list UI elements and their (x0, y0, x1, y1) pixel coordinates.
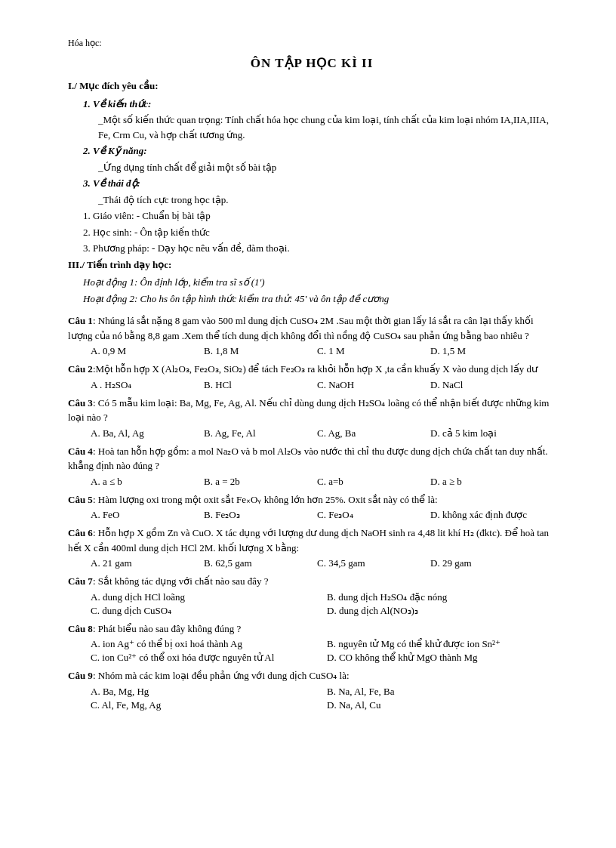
answers-8: A. ion Ag⁺ có thể bị oxi hoá thành AgB. … (91, 638, 556, 664)
question-text-4: Câu 4: Hoà tan hỗn hợp gồm: a mol Na₂O v… (68, 444, 556, 473)
answer-item: A. 0,9 M (91, 345, 189, 357)
question-7: Câu 7: Sắt không tác dụng với chất nào s… (68, 574, 556, 617)
answer-item: D. cả 5 kim loại (430, 427, 528, 439)
answers-4: A. a ≤ bB. a = 2bC. a=bD. a ≥ b (91, 476, 556, 488)
subsection-2-content: _Ứng dụng tính chất để giải một số bài t… (98, 160, 556, 175)
question-text-2: Câu 2:Một hỗn hợp X (Al₂O₃, Fe₂O₃, SiO₂)… (68, 362, 556, 377)
question-text-6: Câu 6: Hỗn hợp X gồm Zn và CuO. X tác dụ… (68, 526, 556, 555)
section-i-title: I./ Mục đích yêu cầu: (68, 79, 556, 94)
answer-item: C. Fe₃O₄ (317, 509, 415, 521)
answer-item: B. Ag, Fe, Al (204, 427, 302, 439)
answer-item: B. a = 2b (204, 476, 302, 488)
question-4: Câu 4: Hoà tan hỗn hợp gồm: a mol Na₂O v… (68, 444, 556, 488)
activity-2: Hoạt động 2: Cho hs ôn tập hình thức kiể… (83, 291, 556, 307)
answer-item: D. CO không thể khử MgO thành Mg (327, 652, 556, 664)
activity-1: Hoạt động 1: Ôn định lớp, kiểm tra sĩ số… (83, 275, 556, 290)
answer-item: C. a=b (317, 476, 415, 488)
section-ii-item-1: 2. Học sinh: - Ôn tập kiến thức (83, 225, 556, 240)
question-text-3: Câu 3: Có 5 mẫu kim loại: Ba, Mg, Fe, Ag… (68, 396, 556, 425)
answer-item: C. dung dịch CuSO₄ (91, 605, 319, 617)
answer-item: C. ion Cu²⁺ có thể oxi hóa được nguyên t… (91, 652, 319, 664)
answers-9: A. Ba, Mg, HgB. Na, Al, Fe, BaC. Al, Fe,… (91, 686, 556, 711)
answer-item: B. Na, Al, Fe, Ba (327, 686, 556, 698)
answer-item: A. dung dịch HCl loãng (91, 591, 319, 603)
answers-6: A. 21 gamB. 62,5 gamC. 34,5 gamD. 29 gam (91, 557, 556, 569)
answer-item: C. Ag, Ba (317, 427, 415, 439)
answer-item: B. 62,5 gam (204, 557, 302, 569)
question-2: Câu 2:Một hỗn hợp X (Al₂O₃, Fe₂O₃, SiO₂)… (68, 362, 556, 391)
section-ii-item-2: 3. Phương pháp: - Dạy học nêu vấn đề, đà… (83, 241, 556, 256)
question-6: Câu 6: Hỗn hợp X gồm Zn và CuO. X tác dụ… (68, 526, 556, 569)
answer-item: B. 1,8 M (204, 345, 302, 357)
answer-item: C. 1 M (317, 345, 415, 357)
answers-7: A. dung dịch HCl loãngB. dung dịch H₂SO₄… (91, 591, 556, 617)
answer-item: A. Ba, Mg, Hg (91, 686, 319, 698)
answer-item: C. 34,5 gam (317, 557, 415, 569)
question-text-5: Câu 5: Hàm lượng oxi trong một oxit sắt … (68, 492, 556, 507)
question-8: Câu 8: Phát biểu nào sau đây không đúng … (68, 621, 556, 665)
section-ii-item-0: 1. Giáo viên: - Chuẩn bị bài tập (83, 208, 556, 224)
answer-item: B. nguyên tử Mg có thể khử được ion Sn²⁺ (327, 638, 556, 650)
answer-item: D. NaCl (430, 379, 528, 391)
page: Hóa học: ÔN TẬP HỌC KÌ II I./ Mục đích y… (0, 0, 616, 848)
answer-item: B. Fe₂O₃ (204, 509, 302, 521)
answer-item: D. 29 gam (430, 557, 528, 569)
subsection-1-label: 1. Về kiến thức: (83, 97, 556, 112)
subsection-1-content: _Một số kiến thức quan trọng: Tính chất … (98, 113, 556, 142)
question-text-7: Câu 7: Sắt không tác dụng với chất nào s… (68, 574, 556, 589)
answers-2: A . H₂SO₄B. HClC. NaOHD. NaCl (91, 379, 556, 391)
question-9: Câu 9: Nhóm mà các kim loại đều phản ứng… (68, 668, 556, 711)
questions-container: Câu 1: Nhúng lá sắt nặng 8 gam vào 500 m… (68, 313, 556, 711)
answer-item: D. không xác định được (430, 509, 528, 521)
answer-item: D. a ≥ b (430, 476, 528, 488)
answer-item: A. Ba, Al, Ag (91, 427, 189, 439)
subsection-3-content: _Thái độ tích cực trong học tập. (98, 193, 556, 208)
question-3: Câu 3: Có 5 mẫu kim loại: Ba, Mg, Fe, Ag… (68, 396, 556, 439)
question-5: Câu 5: Hàm lượng oxi trong một oxit sắt … (68, 492, 556, 522)
answer-item: A. 21 gam (91, 557, 189, 569)
answers-3: A. Ba, Al, AgB. Ag, Fe, AlC. Ag, BaD. cả… (91, 427, 556, 439)
question-text-1: Câu 1: Nhúng lá sắt nặng 8 gam vào 500 m… (68, 313, 556, 343)
question-text-8: Câu 8: Phát biểu nào sau đây không đúng … (68, 621, 556, 637)
answer-item: A. FeO (91, 509, 189, 521)
subsection-2-label: 2. Về Kỹ năng: (83, 143, 556, 159)
answer-item: D. dung dịch Al(NO₃)₃ (327, 605, 556, 617)
question-text-9: Câu 9: Nhóm mà các kim loại đều phản ứng… (68, 668, 556, 683)
subject-label: Hóa học: (68, 38, 556, 49)
answer-item: C. NaOH (317, 379, 415, 391)
answer-item: A. a ≤ b (91, 476, 189, 488)
answers-1: A. 0,9 MB. 1,8 MC. 1 MD. 1,5 M (91, 345, 556, 357)
answers-5: A. FeOB. Fe₂O₃C. Fe₃O₄D. không xác định … (91, 509, 556, 521)
answer-item: B. HCl (204, 379, 302, 391)
main-title: ÔN TẬP HỌC KÌ II (68, 55, 556, 71)
answer-item: D. 1,5 M (430, 345, 528, 357)
answer-item: D. Na, Al, Cu (327, 699, 556, 711)
subsection-3-label: 3. Về thái độ: (83, 176, 556, 191)
answer-item: B. dung dịch H₂SO₄ đặc nóng (327, 591, 556, 603)
section-iii-title: III./ Tiến trình dạy học: (68, 257, 556, 273)
answer-item: C. Al, Fe, Mg, Ag (91, 699, 319, 711)
answer-item: A . H₂SO₄ (91, 379, 189, 391)
answer-item: A. ion Ag⁺ có thể bị oxi hoá thành Ag (91, 638, 319, 650)
question-1: Câu 1: Nhúng lá sắt nặng 8 gam vào 500 m… (68, 313, 556, 357)
